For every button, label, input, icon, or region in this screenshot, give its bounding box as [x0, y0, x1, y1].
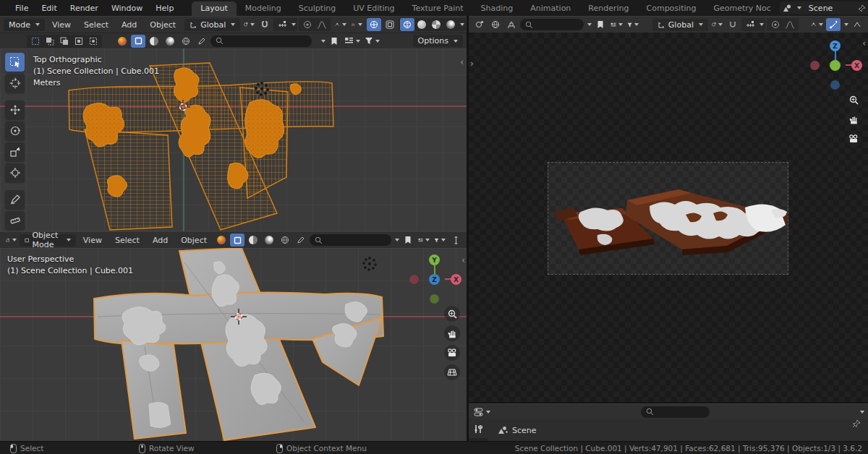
mode-dropdown[interactable]: Mode	[4, 19, 45, 31]
bookmark-icon[interactable]	[327, 35, 341, 48]
snap-target-icon[interactable]	[242, 18, 256, 31]
pin-icon[interactable]	[858, 4, 866, 12]
camera-view-icon[interactable]	[444, 345, 460, 361]
magnet-snap-icon[interactable]	[726, 18, 740, 31]
object-menu[interactable]: Object	[144, 20, 182, 30]
shading-rendered-icon[interactable]	[443, 18, 458, 31]
pan-hand-icon[interactable]	[846, 111, 861, 127]
menu-render[interactable]: Render	[64, 2, 105, 14]
tab-animation[interactable]: Animation	[522, 1, 579, 16]
tool-rotate[interactable]	[5, 121, 25, 140]
properties-search-input[interactable]	[641, 406, 710, 418]
view-menu[interactable]: View	[46, 20, 77, 30]
tab-modeling[interactable]: Modeling	[237, 1, 290, 16]
tool-properties-tab[interactable]	[469, 419, 488, 438]
display-options-icon[interactable]	[343, 35, 362, 48]
viewport-top-canvas[interactable]: Top Orthographic (1) Scene Collection | …	[0, 48, 467, 231]
chevron-down-icon[interactable]	[860, 411, 864, 414]
select-set-icon[interactable]	[28, 35, 43, 48]
proportional-edit-group[interactable]	[299, 18, 331, 31]
chevron-down-icon[interactable]	[321, 40, 326, 43]
scene-selector[interactable]: Scene ×	[780, 1, 868, 14]
viewport-render-canvas[interactable]: Z X ‹ ›	[469, 33, 868, 402]
overlay-partial-icon[interactable]	[850, 18, 864, 31]
gizmo-arrow-icon[interactable]	[826, 18, 841, 31]
xray-toggle-icon[interactable]	[367, 18, 381, 31]
filter-funnel-icon[interactable]	[433, 234, 447, 247]
navigation-gizmo[interactable]: Z X	[814, 38, 857, 95]
shading-sphere-icon[interactable]	[246, 234, 260, 247]
gizmo-axis-x-neg[interactable]	[409, 275, 419, 284]
transform-orientation-dropdown[interactable]: Global	[652, 19, 708, 31]
tool-cursor[interactable]	[5, 74, 25, 93]
world-sphere-icon[interactable]	[278, 234, 292, 247]
shading-material-icon[interactable]	[429, 18, 443, 31]
show-gizmo-icon[interactable]	[809, 18, 825, 31]
camera-view-icon[interactable]	[846, 131, 861, 147]
select-invert-icon[interactable]	[72, 35, 86, 48]
tool-annotate[interactable]	[5, 190, 25, 209]
filter-funnel-icon[interactable]	[626, 18, 640, 31]
shading-wireframe-icon[interactable]	[400, 18, 414, 31]
viewport-bottom-canvas[interactable]: User Perspective (1) Scene Collection | …	[0, 248, 467, 441]
properties-editor-icon[interactable]	[472, 406, 492, 419]
world-sphere-icon[interactable]	[179, 35, 193, 48]
menu-help[interactable]: Help	[149, 2, 180, 14]
tab-layout[interactable]: Layout	[192, 1, 236, 16]
backdrop-icon[interactable]	[383, 18, 397, 31]
proportional-icon[interactable]	[472, 18, 487, 31]
tool-scale[interactable]	[5, 142, 25, 161]
gizmo-axis-z-neg[interactable]	[830, 80, 840, 90]
render-search-input[interactable]	[520, 19, 584, 30]
paint-brush-icon[interactable]	[195, 35, 209, 48]
show-gizmo-icon[interactable]	[333, 18, 348, 31]
tab-texture-paint[interactable]: Texture Paint	[404, 1, 472, 16]
tool-move[interactable]	[5, 100, 25, 119]
menu-edit[interactable]: Edit	[35, 2, 63, 14]
editor-type-icon[interactable]	[4, 234, 18, 247]
snap-with-group[interactable]	[741, 18, 765, 31]
navigation-gizmo[interactable]: Y Z X	[413, 252, 456, 309]
select-subtract-icon[interactable]	[57, 35, 72, 48]
filter-funnel-icon[interactable]	[363, 35, 381, 48]
chevron-down-icon[interactable]	[587, 23, 592, 26]
select-extend-icon[interactable]	[43, 35, 57, 48]
options-dropdown[interactable]: Options	[413, 35, 463, 47]
tool-search-input[interactable]	[210, 35, 312, 47]
tab-geometry-nodes[interactable]: Geometry Noc	[705, 1, 779, 16]
tool-select-box[interactable]	[5, 53, 25, 72]
overlays-icon[interactable]	[349, 18, 364, 31]
bookmark-icon[interactable]	[401, 234, 415, 247]
scene-lights-icon[interactable]	[262, 234, 276, 247]
pan-hand-icon[interactable]	[444, 325, 460, 341]
add-menu[interactable]: Add	[116, 20, 142, 30]
object-menu[interactable]: Object	[175, 236, 213, 245]
material-preview-ball-icon[interactable]	[115, 35, 129, 48]
gizmo-axis-x-neg[interactable]	[810, 61, 820, 70]
chevron-down-icon[interactable]	[395, 239, 399, 241]
breadcrumb-label[interactable]: Scene	[512, 426, 537, 435]
display-options-icon[interactable]	[417, 234, 431, 247]
scene-lights-icon[interactable]	[163, 35, 177, 48]
tab-sculpting[interactable]: Sculpting	[290, 1, 344, 16]
view-menu[interactable]: View	[77, 236, 108, 245]
gizmo-axis-x[interactable]: X	[451, 274, 461, 285]
transform-orientation-dropdown[interactable]: Global	[184, 19, 240, 31]
menu-window[interactable]: Window	[105, 2, 149, 14]
display-options-icon[interactable]	[609, 18, 624, 31]
paint-icon[interactable]	[504, 18, 519, 31]
select-menu[interactable]: Select	[109, 236, 145, 245]
tool-measure[interactable]	[5, 211, 25, 230]
add-menu[interactable]: Add	[147, 236, 174, 245]
zoom-icon[interactable]	[846, 92, 861, 108]
shading-solid-icon[interactable]	[414, 18, 429, 31]
magnet-snap-icon[interactable]	[258, 18, 272, 31]
chevron-down-icon[interactable]	[844, 23, 848, 26]
gizmo-axis-y-neg[interactable]	[430, 294, 439, 304]
gizmo-axis-x[interactable]: X	[851, 60, 862, 71]
tool-transform[interactable]	[5, 163, 25, 182]
gizmo-axis-y[interactable]	[830, 60, 841, 71]
snap-target-icon[interactable]	[710, 18, 724, 31]
shading-sphere-icon[interactable]	[147, 35, 161, 48]
bookmark-icon[interactable]	[593, 18, 608, 31]
